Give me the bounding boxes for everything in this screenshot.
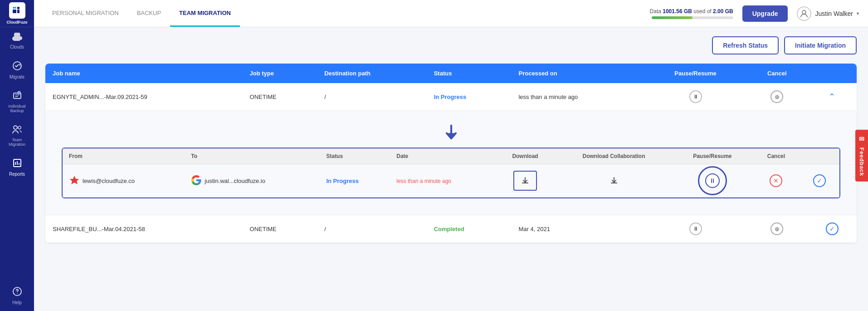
download-collab-button[interactable] <box>608 174 620 187</box>
sidebar-item-team-migration[interactable]: TeamMigration <box>0 119 34 153</box>
expanded-row-1: From To Status Date Download Download Co… <box>45 111 857 215</box>
sub-col-status: Status <box>320 148 390 164</box>
mail-icon: ✉ <box>858 135 865 143</box>
expand-check-2[interactable]: ✓ <box>826 222 839 235</box>
app-logo[interactable]: CloudFuze <box>0 0 34 27</box>
sub-table: From To Status Date Download Download Co… <box>63 148 839 197</box>
cell-job-name-1: EGNYTE_ADMIN...-Mar.09.2021-59 <box>45 83 243 111</box>
sidebar-item-migrate[interactable]: Migrate <box>0 55 34 85</box>
sidebar-item-reports[interactable]: Reports <box>0 153 34 183</box>
sub-check-button[interactable]: ✓ <box>813 174 826 187</box>
cell-status-1: In Progress <box>427 83 512 111</box>
download-button[interactable] <box>519 174 532 187</box>
help-icon <box>12 286 22 298</box>
sub-cell-pause-resume: ⏸ <box>673 164 752 197</box>
pause-button-1[interactable]: ⏸ <box>689 90 702 103</box>
jobs-table: Job name Job type Destination path Statu… <box>45 64 857 243</box>
sub-col-cancel: Cancel <box>752 148 800 164</box>
tab-backup[interactable]: BACKUP <box>128 0 170 27</box>
col-destination-path: Destination path <box>317 64 427 83</box>
svg-point-8 <box>18 126 21 129</box>
sub-from-email: lewis@cloudfuze.co <box>83 178 135 184</box>
cell-job-type-2: ONETIME <box>243 215 317 243</box>
top-navigation: PERSONAL MIGRATION BACKUP TEAM MIGRATION… <box>34 0 868 27</box>
download-highlight-box <box>513 171 537 191</box>
upgrade-button[interactable]: Upgrade <box>742 5 788 22</box>
sidebar-item-migrate-label: Migrate <box>10 74 24 80</box>
cell-destination-2: / <box>317 215 427 243</box>
sub-cell-date: less than a minute ago <box>390 164 495 197</box>
svg-rect-0 <box>13 10 16 13</box>
sidebar: CloudFuze Clouds Migrate <box>0 0 34 311</box>
sub-col-date: Date <box>390 148 495 164</box>
table-header-row: Job name Job type Destination path Statu… <box>45 64 857 83</box>
col-status: Status <box>427 64 512 83</box>
sub-col-download-collab: Download Collaboration <box>555 148 672 164</box>
sidebar-item-clouds[interactable]: Clouds <box>0 27 34 55</box>
page-content: Refresh Status Initiate Migration Job na… <box>34 27 868 311</box>
table-row: EGNYTE_ADMIN...-Mar.09.2021-59 ONETIME /… <box>45 83 857 111</box>
sub-cell-cancel: ✕ <box>752 164 800 197</box>
table-row: SHAREFILE_BU...-Mar.04.2021-58 ONETIME /… <box>45 215 857 243</box>
sub-col-from: From <box>63 148 185 164</box>
initiate-migration-button[interactable]: Initiate Migration <box>784 36 857 54</box>
col-expand <box>808 64 857 83</box>
expanded-cell-1: From To Status Date Download Download Co… <box>45 111 857 215</box>
sub-to-email: justin.wal...cloudfuze.io <box>205 178 265 184</box>
refresh-status-button[interactable]: Refresh Status <box>712 36 779 54</box>
topnav-right: Data 1001.56 GB used of 2.00 GB Upgrade … <box>650 5 859 22</box>
data-usage-text: Data 1001.56 GB used of 2.00 GB <box>650 8 733 15</box>
sub-cell-status: In Progress <box>320 164 390 197</box>
feedback-tab[interactable]: ✉ Feedback <box>855 129 868 181</box>
user-menu[interactable]: Justin Walker ▾ <box>797 6 859 21</box>
individual-backup-icon <box>12 91 22 102</box>
cell-pause-1: ⏸ <box>644 83 746 111</box>
col-cancel: Cancel <box>746 64 808 83</box>
tab-personal-migration[interactable]: PERSONAL MIGRATION <box>43 0 128 27</box>
col-job-name: Job name <box>45 64 243 83</box>
main-content: PERSONAL MIGRATION BACKUP TEAM MIGRATION… <box>34 0 868 311</box>
progress-bar-fill <box>652 16 692 19</box>
sub-col-expand <box>800 148 839 164</box>
team-migration-icon <box>12 124 23 136</box>
sub-table-row: lewis@cloudfuze.co <box>63 164 839 197</box>
cell-expand-2: ✓ <box>808 215 857 243</box>
sidebar-item-reports-label: Reports <box>9 172 25 177</box>
sub-table-container: From To Status Date Download Download Co… <box>62 148 840 198</box>
svg-marker-13 <box>70 176 79 184</box>
status-badge-1: In Progress <box>434 94 467 100</box>
sub-status-badge: In Progress <box>326 178 359 184</box>
pause-resume-highlight: ⏸ <box>705 173 720 188</box>
svg-rect-1 <box>17 7 20 9</box>
cell-status-2: Completed <box>427 215 512 243</box>
cancel-button-1[interactable]: ⊕ <box>770 90 783 103</box>
action-bar: Refresh Status Initiate Migration <box>45 36 857 54</box>
egnyte-icon <box>69 175 80 187</box>
status-badge-2: Completed <box>434 226 464 232</box>
col-pause-resume: Pause/Resume <box>644 64 746 83</box>
cell-processed-on-1: less than a minute ago <box>511 83 644 111</box>
cell-cancel-2: ⊕ <box>746 215 808 243</box>
user-avatar-icon <box>797 6 811 21</box>
sub-pause-button[interactable]: ⏸ <box>705 173 720 188</box>
cell-job-type-1: ONETIME <box>243 83 317 111</box>
clouds-icon <box>12 33 22 42</box>
expand-chevron-1[interactable]: ⌃ <box>829 92 835 101</box>
svg-rect-2 <box>17 10 20 13</box>
sub-cell-download-collab <box>555 164 672 197</box>
pause-button-2[interactable]: ⏸ <box>689 222 702 235</box>
sidebar-item-help[interactable]: Help <box>0 281 34 311</box>
user-name: Justin Walker <box>815 10 853 17</box>
sidebar-item-help-label: Help <box>12 300 22 306</box>
cell-cancel-1: ⊕ <box>746 83 808 111</box>
col-job-type: Job type <box>243 64 317 83</box>
sub-cancel-button[interactable]: ✕ <box>770 174 782 187</box>
svg-rect-3 <box>13 7 16 9</box>
sidebar-item-individual-backup[interactable]: IndividualBackup <box>0 85 34 119</box>
cancel-button-2[interactable]: ⊕ <box>770 222 783 235</box>
col-processed-on: Processed on <box>511 64 644 83</box>
sub-cell-to: justin.wal...cloudfuze.io <box>185 164 320 197</box>
tab-team-migration[interactable]: TEAM MIGRATION <box>170 0 240 27</box>
svg-point-7 <box>14 126 17 129</box>
sub-cell-expand: ✓ <box>800 164 839 197</box>
